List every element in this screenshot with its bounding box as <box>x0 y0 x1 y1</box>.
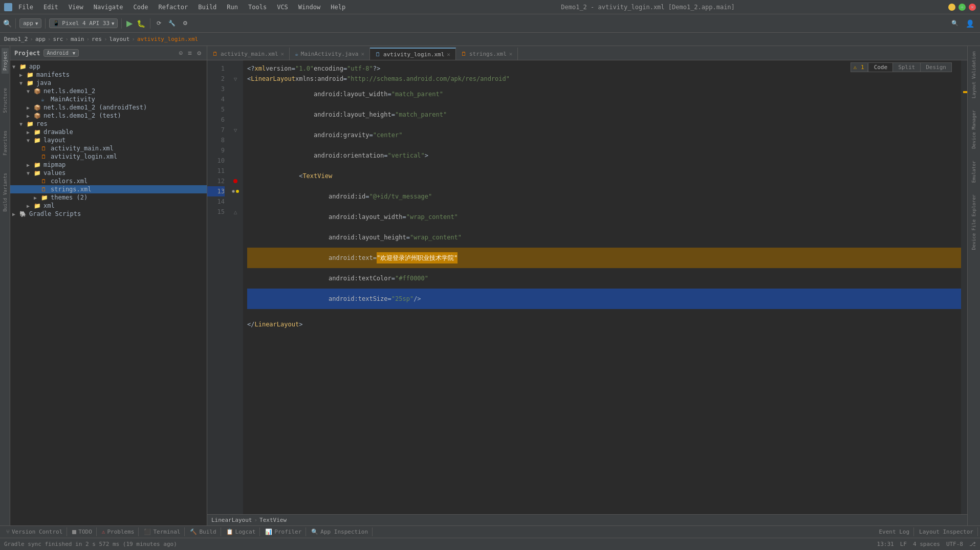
tree-item-net1[interactable]: ▼ 📦 net.ls.demo1_2 <box>10 87 207 95</box>
line-sep-indicator[interactable]: LF <box>900 541 907 547</box>
tree-item-mainactivity[interactable]: ☕ MainActivity <box>10 95 207 103</box>
project-panel-icon[interactable]: Project <box>2 48 9 74</box>
tree-item-net3[interactable]: ▶ 📦 net.ls.demo1_2 (test) <box>10 112 207 120</box>
account-button[interactable]: 👤 <box>963 18 977 29</box>
breadcrumb-demo[interactable]: Demo1_2 <box>4 36 28 42</box>
expand-arrow-layout[interactable]: ▼ <box>27 138 34 143</box>
menu-run[interactable]: Run <box>225 3 240 12</box>
tab-close-strings[interactable]: ✕ <box>509 51 513 57</box>
fold-linearlayout[interactable]: ▽ <box>228 74 243 84</box>
expand-arrow-gradle[interactable]: ▶ <box>12 211 19 217</box>
menu-view[interactable]: View <box>67 3 85 12</box>
expand-arrow-drawable[interactable]: ▶ <box>27 129 34 135</box>
editor-breadcrumb-linearlayout[interactable]: LinearLayout <box>211 517 252 523</box>
logcat-tab[interactable]: 📋 Logcat <box>222 527 260 536</box>
device-dropdown[interactable]: 📱 Pixel 4 API 33 ▼ <box>49 18 118 28</box>
tree-item-app[interactable]: ▼ 📁 app <box>10 62 207 71</box>
todo-tab[interactable]: TODO <box>68 527 97 536</box>
split-view-btn[interactable]: Split <box>893 63 921 72</box>
position-indicator[interactable]: 13:31 <box>877 541 894 547</box>
menu-file[interactable]: File <box>16 3 35 12</box>
menu-window[interactable]: Window <box>296 3 322 12</box>
structure-icon[interactable]: Structure <box>2 85 9 116</box>
tree-item-net2[interactable]: ▶ 📦 net.ls.demo1_2 (androidTest) <box>10 103 207 112</box>
debug-button[interactable]: 🐛 <box>136 18 146 29</box>
close-button[interactable]: ✕ <box>969 4 976 11</box>
indent-indicator[interactable]: 4 spaces <box>913 541 940 547</box>
search-everywhere-button[interactable]: 🔍 <box>949 18 961 28</box>
tab-avtivity-login[interactable]: 🗒 avtivity_login.xml ✕ <box>370 48 456 60</box>
fold-textview[interactable]: ▽ <box>228 125 243 135</box>
breadcrumb-file[interactable]: avtivity_login.xml <box>137 36 198 42</box>
collapse-icon[interactable]: ≡ <box>186 49 193 57</box>
tree-item-themes[interactable]: ▶ 📁 themes (2) <box>10 193 207 202</box>
layout-validation-icon[interactable]: Layout Validation <box>970 48 977 101</box>
sync-button[interactable]: ⟳ <box>154 18 164 28</box>
run-button[interactable]: ▶ <box>125 17 134 29</box>
build-tab[interactable]: 🔨 Build <box>186 527 221 536</box>
tree-item-values[interactable]: ▼ 📁 values <box>10 169 207 177</box>
tree-item-gradle[interactable]: ▶ 🐘 Gradle Scripts <box>10 210 207 218</box>
build-variants-icon[interactable]: Build Variants <box>2 170 9 215</box>
gradle-button[interactable]: 🔧 <box>166 18 178 28</box>
code-view-btn[interactable]: Code <box>869 63 894 72</box>
tree-item-java[interactable]: ▼ 📁 java <box>10 79 207 87</box>
tree-item-colors-xml[interactable]: 🗒 colors.xml <box>10 177 207 185</box>
tab-close-mainactivity[interactable]: ✕ <box>361 51 364 57</box>
menu-vcs[interactable]: VCS <box>275 3 290 12</box>
tree-item-avtivity-login-xml[interactable]: 🗒 avtivity_login.xml <box>10 152 207 161</box>
menu-refactor[interactable]: Refactor <box>156 3 190 12</box>
expand-arrow-res[interactable]: ▼ <box>19 121 27 127</box>
fold-close-linearlayout[interactable]: △ <box>228 207 243 217</box>
menu-code[interactable]: Code <box>132 3 150 12</box>
panel-settings-icon[interactable]: ⚙ <box>195 49 203 57</box>
tree-item-res[interactable]: ▼ 📁 res <box>10 120 207 128</box>
app-inspection-tab[interactable]: 🔍 App Inspection <box>307 527 373 536</box>
tab-close-avtivity-login[interactable]: ✕ <box>447 51 450 58</box>
device-manager-icon[interactable]: Device Manager <box>970 107 977 152</box>
menu-help[interactable]: Help <box>329 3 347 12</box>
android-dropdown[interactable]: Android ▼ <box>43 49 79 57</box>
maximize-button[interactable]: ＋ <box>959 4 966 11</box>
editor-breadcrumb-textview[interactable]: TextView <box>259 517 287 523</box>
version-control-tab[interactable]: ⑂ Version Control <box>2 527 67 536</box>
tree-item-xml[interactable]: ▶ 📁 xml <box>10 202 207 210</box>
expand-arrow-xml[interactable]: ▶ <box>27 203 34 209</box>
emulator-icon[interactable]: Emulator <box>970 158 977 186</box>
warning-scroll-marker[interactable] <box>963 91 967 93</box>
terminal-tab[interactable]: ⬛ Terminal <box>140 527 185 536</box>
locate-icon[interactable]: ⊙ <box>178 49 185 57</box>
app-dropdown[interactable]: app ▼ <box>19 18 41 28</box>
tree-item-drawable[interactable]: ▶ 📁 drawable <box>10 128 207 136</box>
git-icon[interactable]: ⎇ <box>969 541 976 547</box>
tab-mainactivity[interactable]: ☕ MainActivity.java ✕ <box>290 48 370 60</box>
menu-build[interactable]: Build <box>196 3 219 12</box>
tree-item-strings-xml[interactable]: 🗒 strings.xml <box>10 185 207 193</box>
expand-arrow-net3[interactable]: ▶ <box>27 113 34 119</box>
device-file-explorer-icon[interactable]: Device File Explorer <box>970 191 977 253</box>
breadcrumb-res[interactable]: res <box>92 36 102 42</box>
breadcrumb-main[interactable]: main <box>71 36 84 42</box>
problems-tab[interactable]: ⚠ Problems <box>98 527 139 536</box>
layout-inspector-tab[interactable]: Layout Inspector <box>915 527 978 536</box>
tree-item-layout[interactable]: ▼ 📁 layout <box>10 136 207 144</box>
minimize-button[interactable]: － <box>948 4 955 11</box>
tree-item-manifests[interactable]: ▶ 📁 manifests <box>10 71 207 79</box>
menu-tools[interactable]: Tools <box>246 3 269 12</box>
menu-edit[interactable]: Edit <box>41 3 60 12</box>
expand-arrow-net1[interactable]: ▼ <box>27 89 34 94</box>
breadcrumb-src[interactable]: src <box>53 36 63 42</box>
code-content[interactable]: <?xml version="1.0" encoding="utf-8"?> <… <box>243 60 961 514</box>
tab-close-activity-main[interactable]: ✕ <box>281 51 285 57</box>
tree-item-mipmap[interactable]: ▶ 📁 mipmap <box>10 161 207 169</box>
expand-arrow-app[interactable]: ▼ <box>12 64 19 70</box>
tab-activity-main[interactable]: 🗒 activity_main.xml ✕ <box>207 48 290 60</box>
expand-arrow-java[interactable]: ▼ <box>19 80 27 86</box>
breadcrumb-layout[interactable]: layout <box>110 36 130 42</box>
expand-arrow-mipmap[interactable]: ▶ <box>27 162 34 168</box>
expand-arrow-values[interactable]: ▼ <box>27 170 34 176</box>
breadcrumb-app[interactable]: app <box>35 36 46 42</box>
favorites-icon[interactable]: Favorites <box>2 127 9 159</box>
encoding-indicator[interactable]: UTF-8 <box>946 541 963 547</box>
tab-strings[interactable]: 🗒 strings.xml ✕ <box>456 48 518 60</box>
